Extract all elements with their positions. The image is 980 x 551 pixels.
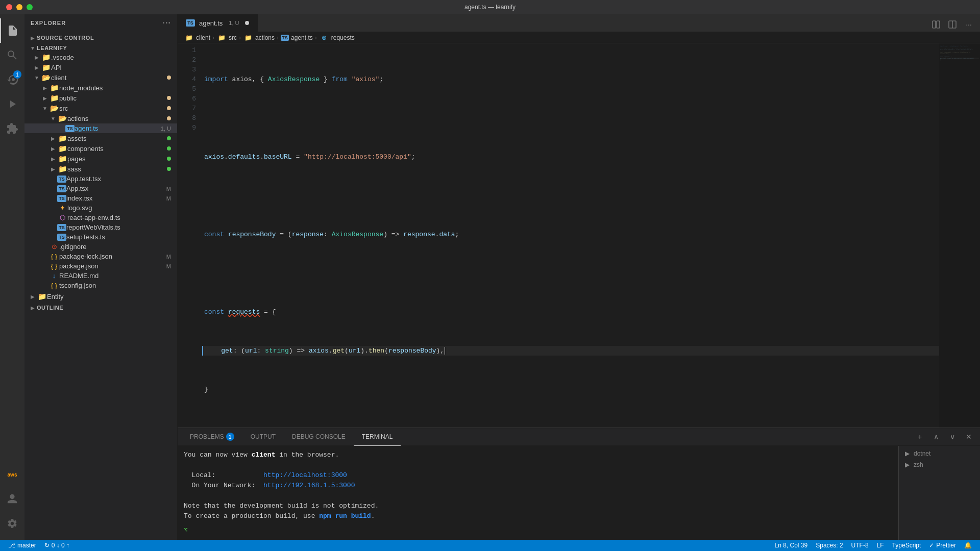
bell-status-item[interactable]: 🔔 <box>960 542 976 549</box>
terminal-line-blank <box>184 460 892 470</box>
tree-item-client[interactable]: ▼ 📂 client <box>24 72 177 83</box>
client-label: client <box>51 74 167 82</box>
tree-item-package-json[interactable]: ▶ { } package.json M <box>24 261 177 271</box>
tree-item-tsconfig-json[interactable]: ▶ { } tsconfig.json <box>24 281 177 290</box>
tree-item-index-tsx[interactable]: ▶ TS index.tsx M <box>24 193 177 203</box>
vscode-label: .vscode <box>51 54 177 61</box>
language-status-item[interactable]: TypeScript <box>888 542 925 549</box>
problems-tab[interactable]: PROBLEMS 1 <box>182 428 242 446</box>
tree-item-vscode[interactable]: ▶ 📁 .vscode <box>24 52 177 62</box>
run-activity-icon[interactable] <box>0 92 24 116</box>
account-activity-icon[interactable] <box>0 487 24 511</box>
branch-icon: ⎇ <box>8 542 15 549</box>
agent-ts-badge: 1, U <box>161 126 177 132</box>
tree-item-api[interactable]: ▶ 📁 API <box>24 62 177 72</box>
tree-item-node-modules[interactable]: ▶ 📁 node_modules <box>24 83 177 93</box>
encoding-status-item[interactable]: UTF-8 <box>847 542 873 549</box>
editor-content-area: 1 2 3 4 5 6 7 8 9 import axios, { AxiosR… <box>178 43 980 428</box>
tree-item-gitignore[interactable]: ▶ ⊙ .gitignore <box>24 242 177 252</box>
maximize-button[interactable] <box>27 4 33 10</box>
source-control-activity-icon[interactable]: 1 <box>0 67 24 92</box>
tree-item-report-web-vitals[interactable]: ▶ TS reportWebVitals.ts <box>24 222 177 232</box>
breadcrumb-actions[interactable]: actions <box>255 34 275 41</box>
terminal-tab-bar: PROBLEMS 1 OUTPUT DEBUG CONSOLE TERMINAL… <box>178 428 980 446</box>
tsconfig-label: tsconfig.json <box>59 282 177 289</box>
split-editor-icon[interactable] <box>929 17 943 32</box>
source-control-label: SOURCE CONTROL <box>37 35 94 41</box>
tree-item-agent-ts[interactable]: ▶ TS agent.ts 1, U <box>24 123 177 133</box>
activity-bar: 1 aws <box>0 14 24 540</box>
debug-console-tab[interactable]: DEBUG CONSOLE <box>284 428 354 446</box>
tree-item-assets[interactable]: ▶ 📁 assets <box>24 133 177 143</box>
tree-item-app-test-tsx[interactable]: ▶ TS App.test.tsx <box>24 174 177 184</box>
aws-activity-icon[interactable]: aws <box>0 462 24 487</box>
components-dot <box>167 146 171 151</box>
report-web-vitals-label: reportWebVitals.ts <box>66 223 177 231</box>
code-editor[interactable]: 1 2 3 4 5 6 7 8 9 import axios, { AxiosR… <box>178 43 939 428</box>
root-folder-section[interactable]: ▼ LEARNIFY <box>24 42 177 52</box>
tree-item-public[interactable]: ▶ 📁 public <box>24 93 177 103</box>
tree-item-react-app-env[interactable]: ▶ ⬡ react-app-env.d.ts <box>24 213 177 222</box>
tree-item-components[interactable]: ▶ 📁 components <box>24 143 177 154</box>
close-button[interactable] <box>6 4 12 10</box>
tree-item-app-tsx[interactable]: ▶ TS App.tsx M <box>24 184 177 193</box>
extensions-activity-icon[interactable] <box>0 116 24 141</box>
app-tsx-label: App.tsx <box>66 185 166 192</box>
more-actions-icon[interactable]: ··· <box>962 17 976 32</box>
entity-section[interactable]: ▶ 📁 Entity <box>24 290 177 302</box>
title-bar: agent.ts — learnify <box>0 0 980 14</box>
terminal-up-icon[interactable]: ∧ <box>929 430 943 444</box>
tree-item-sass[interactable]: ▶ 📁 sass <box>24 164 177 174</box>
tab-agent-ts[interactable]: TS agent.ts 1, U <box>178 14 258 32</box>
new-terminal-icon[interactable]: + <box>913 430 927 444</box>
tree-item-actions[interactable]: ▼ 📂 actions <box>24 113 177 123</box>
language-label: TypeScript <box>892 542 921 549</box>
tree-item-src[interactable]: ▼ 📂 src <box>24 103 177 113</box>
prettier-status-item[interactable]: ✓ Prettier <box>925 542 960 549</box>
layout-icon[interactable] <box>945 17 960 32</box>
tab-label: agent.ts <box>199 19 223 27</box>
breadcrumb-requests[interactable]: requests <box>331 34 355 41</box>
terminal-tab-label: TERMINAL <box>362 433 393 440</box>
dotnet-terminal-item[interactable]: ▶ dotnet <box>899 448 980 459</box>
files-activity-icon[interactable] <box>0 18 24 43</box>
source-control-section[interactable]: ▶ SOURCE CONTROL <box>24 32 177 42</box>
branch-status-item[interactable]: ⎇ master <box>4 542 40 549</box>
terminal-output[interactable]: You can now view client in the browser. … <box>178 446 898 540</box>
src-arrow-icon: ▼ <box>41 106 49 111</box>
vscode-folder-icon: 📁 <box>41 53 51 61</box>
output-tab[interactable]: OUTPUT <box>242 428 284 446</box>
code-lines[interactable]: import axios, { AxiosResponse } from "ax… <box>202 43 939 428</box>
spaces-status-item[interactable]: Spaces: 2 <box>812 542 847 549</box>
breadcrumb-src[interactable]: src <box>229 34 237 41</box>
settings-activity-icon[interactable] <box>0 511 24 536</box>
index-tsx-badge: M <box>166 195 177 202</box>
terminal-tab-item[interactable]: TERMINAL <box>354 428 401 446</box>
breadcrumb-client[interactable]: client <box>196 34 210 41</box>
eol-status-item[interactable]: LF <box>873 542 888 549</box>
sync-status-item[interactable]: ↻ 0 ↓ 0 ↑ <box>40 542 74 549</box>
public-arrow-icon: ▶ <box>41 95 49 101</box>
root-label: LEARNIFY <box>37 45 67 51</box>
tree-item-package-lock-json[interactable]: ▶ { } package-lock.json M <box>24 252 177 261</box>
terminal-down-icon[interactable]: ∨ <box>945 430 960 444</box>
minimize-button[interactable] <box>16 4 22 10</box>
terminal-close-icon[interactable]: ✕ <box>962 430 976 444</box>
entity-arrow-icon: ▶ <box>29 294 37 299</box>
position-status-item[interactable]: Ln 8, Col 39 <box>771 542 812 549</box>
tree-item-setup-tests[interactable]: ▶ TS setupTests.ts <box>24 232 177 242</box>
sidebar-more-icon[interactable]: ··· <box>162 18 171 28</box>
breadcrumb-agent-ts[interactable]: agent.ts <box>291 34 313 41</box>
tsconfig-file-icon: { } <box>49 282 59 289</box>
tree-item-readme-md[interactable]: ▶ ↓ README.md <box>24 271 177 281</box>
tree-item-logo-svg[interactable]: ▶ ✦ logo.svg <box>24 203 177 213</box>
search-activity-icon[interactable] <box>0 43 24 67</box>
actions-label: actions <box>67 115 167 122</box>
zsh-terminal-item[interactable]: ▶ zsh <box>899 459 980 470</box>
breadcrumb-sep-4: › <box>315 34 317 41</box>
outline-section[interactable]: ▶ OUTLINE <box>24 302 177 312</box>
root-arrow: ▼ <box>29 45 37 51</box>
tree-item-pages[interactable]: ▶ 📁 pages <box>24 154 177 164</box>
window-controls[interactable] <box>6 4 33 10</box>
terminal-area: PROBLEMS 1 OUTPUT DEBUG CONSOLE TERMINAL… <box>178 428 980 540</box>
